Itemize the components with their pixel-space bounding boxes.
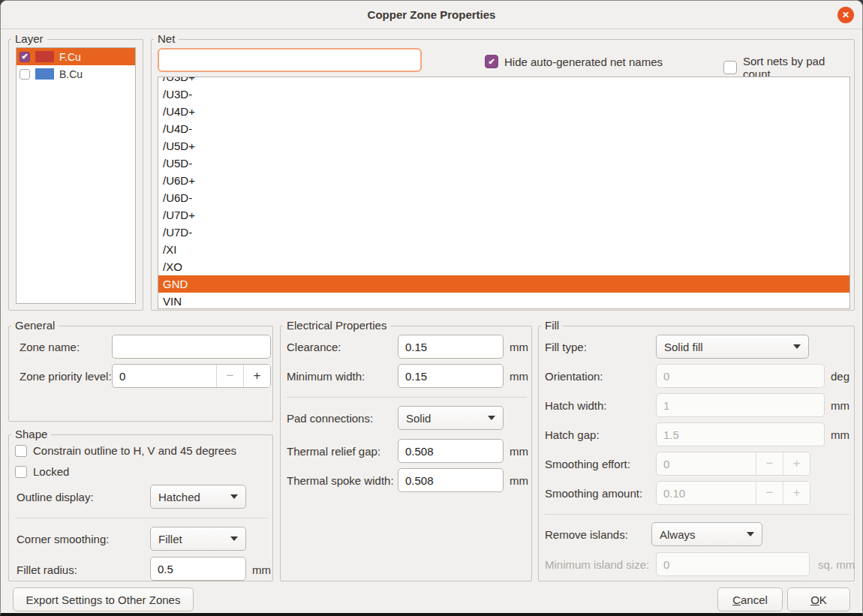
net-list-item[interactable]: /U4D-	[158, 120, 849, 137]
minimum-width-input[interactable]	[398, 364, 504, 388]
hatch-width-input	[656, 393, 825, 417]
chevron-down-icon	[230, 494, 238, 499]
minus-icon: −	[766, 456, 774, 471]
net-list-item[interactable]: /XI	[158, 241, 849, 258]
orientation-input	[656, 364, 825, 388]
net-list-item[interactable]: /U4D+	[158, 103, 849, 120]
hatch-gap-label: Hatch gap:	[545, 428, 600, 441]
net-group-label: Net	[154, 32, 179, 45]
clearance-input[interactable]	[398, 335, 504, 359]
minus-icon: −	[766, 485, 774, 500]
outline-display-select[interactable]: Hatched	[150, 485, 246, 509]
layer-group-label: Layer	[11, 32, 47, 45]
title-bar[interactable]: Copper Zone Properties ✕	[1, 1, 862, 29]
layer-list[interactable]: ✔ F.Cu B.Cu	[16, 47, 136, 304]
zone-priority-label: Zone priority level:	[20, 370, 112, 383]
remove-islands-select[interactable]: Always	[651, 522, 762, 546]
minus-icon: −	[227, 368, 234, 383]
corner-smoothing-select[interactable]: Fillet	[150, 527, 246, 551]
net-list-item-selected[interactable]: GND	[158, 275, 849, 293]
outline-display-value: Hatched	[158, 491, 200, 503]
smoothing-amount-increment-button: +	[783, 482, 810, 504]
plus-icon: +	[793, 485, 801, 500]
net-list-item[interactable]: /U5D-	[158, 155, 849, 172]
export-settings-button[interactable]: Export Settings to Other Zones	[13, 587, 194, 611]
thermal-spoke-width-input[interactable]	[398, 468, 504, 492]
remove-islands-label: Remove islands:	[545, 528, 628, 541]
minimum-island-size-label: Minimum island size:	[545, 558, 649, 571]
net-list-item[interactable]: /U3D-	[158, 86, 849, 103]
separator	[287, 397, 527, 398]
zone-priority-input[interactable]	[113, 365, 216, 387]
layer-row-bcu[interactable]: B.Cu	[17, 65, 135, 83]
hatch-width-label: Hatch width:	[545, 399, 607, 412]
ok-button[interactable]: OK	[787, 587, 850, 611]
zone-name-input[interactable]	[112, 335, 271, 359]
net-list-item[interactable]: /XO	[158, 258, 849, 275]
shape-group: Shape Constrain outline to H, V and 45 d…	[8, 434, 273, 581]
layer-row-fcu[interactable]: ✔ F.Cu	[17, 48, 135, 65]
pad-connections-value: Solid	[406, 412, 431, 425]
zone-name-label: Zone name:	[20, 341, 80, 353]
fill-type-value: Solid fill	[664, 341, 703, 353]
locked-option[interactable]: Locked	[15, 465, 69, 478]
electrical-group-label: Electrical Properties	[283, 319, 390, 332]
chevron-down-icon	[793, 344, 801, 349]
pad-connections-label: Pad connections:	[287, 412, 373, 425]
zone-priority-increment-button[interactable]: +	[243, 365, 270, 387]
smoothing-amount-stepper: − +	[656, 481, 810, 505]
corner-smoothing-value: Fillet	[158, 533, 182, 545]
fill-type-label: Fill type:	[545, 341, 587, 353]
thermal-spoke-width-label: Thermal spoke width:	[287, 474, 394, 487]
layer-checkbox-fcu[interactable]: ✔	[20, 52, 30, 62]
fillet-radius-input[interactable]	[150, 557, 246, 581]
general-group-label: General	[11, 319, 59, 332]
corner-smoothing-label: Corner smoothing:	[17, 533, 109, 545]
hatch-gap-unit: mm	[831, 428, 849, 441]
dialog-title: Copper Zone Properties	[368, 8, 496, 21]
thermal-relief-gap-input[interactable]	[398, 439, 504, 463]
layer-swatch-fcu	[35, 51, 54, 62]
check-icon: ✔	[488, 58, 495, 66]
pad-connections-select[interactable]: Solid	[398, 406, 504, 430]
layer-label-bcu: B.Cu	[59, 68, 83, 80]
zone-priority-decrement-button[interactable]: −	[216, 365, 243, 387]
copper-zone-properties-dialog: Copper Zone Properties ✕ Layer ✔ F.Cu B.…	[0, 0, 863, 616]
net-list-item[interactable]: /U7D-	[158, 224, 849, 241]
minimum-island-size-unit: sq. mm	[818, 558, 855, 571]
smoothing-effort-decrement-button: −	[756, 452, 783, 475]
layer-checkbox-bcu[interactable]	[20, 69, 30, 80]
net-list-item[interactable]: /U7D+	[158, 206, 849, 224]
net-group: Net ✔ Hide auto-generated net names Sort…	[151, 39, 855, 311]
thermal-relief-gap-label: Thermal relief gap:	[287, 445, 380, 458]
constrain-outline-option[interactable]: Constrain outline to H, V and 45 degrees	[15, 444, 236, 457]
zone-priority-stepper: − +	[112, 364, 271, 388]
sort-nets-checkbox[interactable]	[723, 61, 737, 74]
smoothing-amount-label: Smoothing amount:	[545, 487, 642, 500]
separator	[15, 518, 268, 518]
smoothing-effort-increment-button: +	[783, 452, 810, 475]
hide-auto-nets-checkbox[interactable]: ✔	[485, 55, 498, 68]
constrain-outline-checkbox[interactable]	[15, 445, 27, 457]
fill-group: Fill Fill type: Solid fill Orientation: …	[538, 326, 855, 581]
fill-group-label: Fill	[541, 319, 563, 332]
hide-auto-nets-option[interactable]: ✔ Hide auto-generated net names	[485, 55, 663, 68]
hatch-width-unit: mm	[831, 399, 849, 412]
close-button[interactable]: ✕	[837, 7, 854, 23]
net-list-item[interactable]: /U6D-	[158, 189, 849, 206]
net-filter-input[interactable]	[158, 48, 422, 72]
fill-type-select[interactable]: Solid fill	[656, 335, 809, 359]
net-list-item[interactable]: VIN	[158, 293, 849, 309]
net-list-item[interactable]: /U5D+	[158, 137, 849, 155]
general-group: General Zone name: Zone priority level: …	[8, 326, 273, 422]
shape-group-label: Shape	[11, 428, 51, 440]
fillet-radius-label: Fillet radius:	[17, 563, 77, 576]
net-list[interactable]: /U3D+ /U3D- /U4D+ /U4D- /U5D+ /U5D- /U6D…	[158, 77, 850, 309]
layer-swatch-bcu	[35, 68, 54, 80]
close-icon: ✕	[842, 10, 849, 20]
cancel-button[interactable]: Cancel	[717, 587, 783, 611]
locked-checkbox[interactable]	[15, 466, 27, 478]
smoothing-amount-decrement-button: −	[756, 482, 783, 504]
net-list-item[interactable]: /U6D+	[158, 172, 849, 189]
net-list-item[interactable]: /U3D+	[158, 77, 849, 86]
